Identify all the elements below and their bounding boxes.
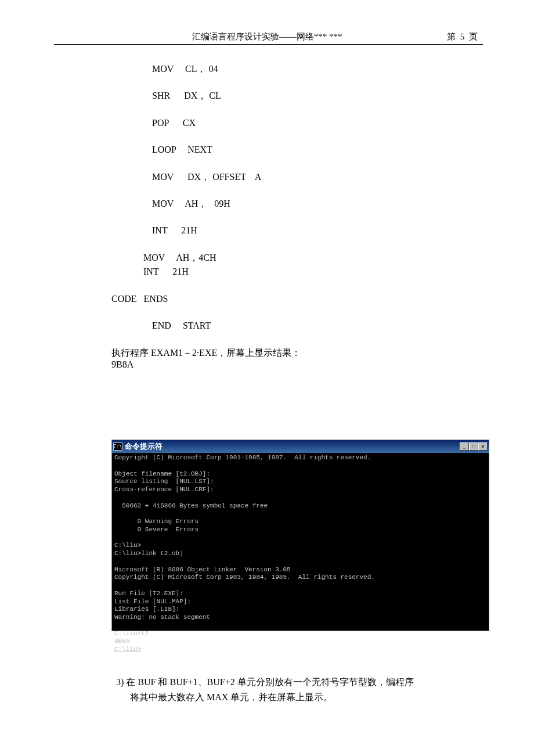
question-text: 3) 在 BUF 和 BUF+1、BUF+2 单元分别放有一个无符号字节型数，编… [116,675,470,705]
cmd-output: Copyright (C) Microsoft Corp 1981-1985, … [114,454,375,645]
code-line: MOV AH， 09H [111,197,471,210]
code-line: INT 21H [111,224,471,237]
content-area: MOV CL， 04 SHR DX， CL POP CX LOOP NEXT M… [111,63,471,370]
cmd-icon: C:\ [113,442,122,451]
result-line1: 执行程序 EXAM1－2·EXE，屏幕上显示结果： [111,347,471,359]
header-page-number: 第 5 页 [447,31,479,42]
code-line: MOV DX， OFFSET A [111,171,471,183]
cmd-prompt: C:\liu> [114,646,141,653]
code-line: MOV AH，4CH [111,251,471,264]
result-text: 执行程序 EXAM1－2·EXE，屏幕上显示结果： 9B8A [111,347,471,370]
code-line: LOOP NEXT [111,143,471,156]
code-line: MOV CL， 04 [111,63,471,75]
question-line2: 将其中最大数存入 MAX 单元，并在屏幕上显示。 [116,690,470,705]
command-prompt-window: C:\ 命令提示符 _ □ × Copyright (C) Microsoft … [111,440,489,631]
header-title: 汇编语言程序设计实验——网络*** *** [192,31,342,42]
close-button[interactable]: × [478,442,488,451]
cmd-body[interactable]: Copyright (C) Microsoft Corp 1981-1985, … [112,453,489,631]
header-underline [54,44,483,45]
page-header: 汇编语言程序设计实验——网络*** *** 第 5 页 [0,31,534,42]
code-line: CODE ENDS [111,293,471,305]
code-line: END START [111,319,471,332]
code-line: SHR DX， CL [111,89,471,102]
minimize-button[interactable]: _ [460,442,469,451]
question-line1: 3) 在 BUF 和 BUF+1、BUF+2 单元分别放有一个无符号字节型数，编… [116,675,470,690]
cmd-title: 命令提示符 [125,441,460,452]
cmd-titlebar[interactable]: C:\ 命令提示符 _ □ × [112,440,489,453]
window-controls: _ □ × [460,442,488,451]
code-line: POP CX [111,117,471,129]
result-line2: 9B8A [111,359,471,370]
maximize-button[interactable]: □ [469,442,478,451]
code-line: INT 21H [111,265,471,278]
